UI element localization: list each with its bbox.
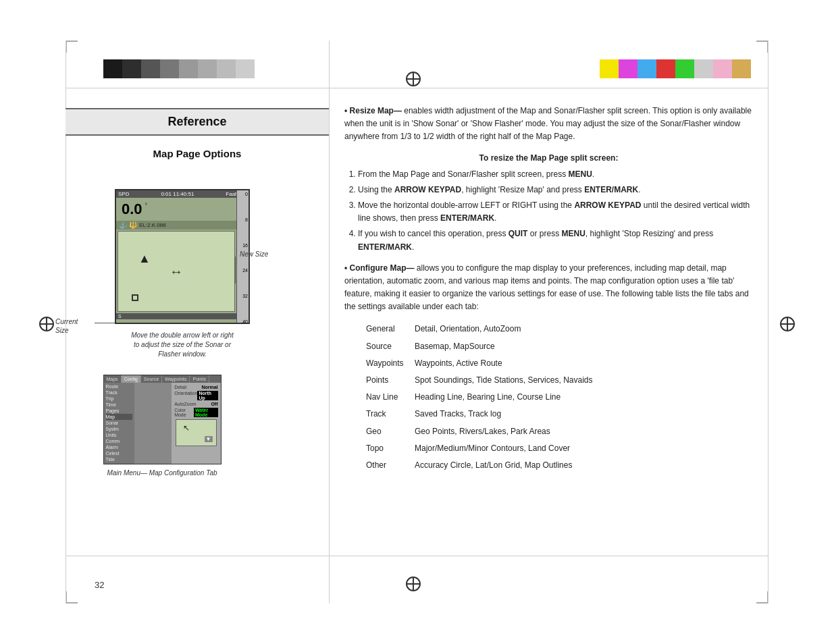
color-swatch xyxy=(198,59,217,78)
menu-value-detail: Normal xyxy=(201,385,217,390)
config-row-general: General Detail, Orientation, AutoZoom xyxy=(346,321,752,337)
gps-unit: ° xyxy=(145,202,148,209)
color-swatch xyxy=(675,59,694,78)
config-tab-topo: Topo xyxy=(346,441,413,456)
config-row-navline: Nav Line Heading Line, Bearing Line, Cou… xyxy=(346,390,752,405)
config-row-other: Other Accuracy Circle, Lat/Lon Grid, Map… xyxy=(346,458,752,473)
menu-item-route[interactable]: Route xyxy=(106,383,133,390)
config-tab-points: Points xyxy=(346,373,413,388)
config-table: General Detail, Orientation, AutoZoom So… xyxy=(344,320,753,475)
color-swatch xyxy=(656,59,675,78)
menu-item-comm[interactable]: Comm xyxy=(106,438,133,444)
menu-row-colormode: Color Mode Water Mode xyxy=(174,407,217,418)
resize-step-4: If you wish to cancel this operation, pr… xyxy=(358,227,753,253)
menu-item-celest[interactable]: Celest xyxy=(106,450,133,456)
gps-time: 0:01 11:40:51 xyxy=(161,191,194,197)
gps-screen-area: SPD 0:01 11:40:51 FaaNHK 0.0 ° 081624324… xyxy=(95,189,270,359)
config-row-geo: Geo Geo Points, Rivers/Lakes, Park Areas xyxy=(346,424,752,439)
gps-speed-label: SPD xyxy=(118,191,129,197)
right-content: • Resize Map— enables width adjustment o… xyxy=(344,105,753,475)
page-number: 32 xyxy=(95,580,104,590)
menu-item-track[interactable]: Track xyxy=(106,390,133,396)
crosshair-right xyxy=(780,317,795,331)
color-swatch xyxy=(637,59,656,78)
config-tab-navline: Nav Line xyxy=(346,390,413,405)
right-border xyxy=(768,41,768,603)
menu-item-alarm[interactable]: Alarm xyxy=(106,444,133,450)
corner-mark-bl xyxy=(66,591,78,603)
menu-screen-area: Maps Config Source Waypoints Points Rout… xyxy=(91,375,233,478)
config-tab-other: Other xyxy=(346,458,413,473)
menu-item-tide[interactable]: Tide xyxy=(106,456,133,462)
config-tab-waypoints: Waypoints xyxy=(346,356,413,371)
gps-bottom-left: S xyxy=(118,314,122,319)
tab-points[interactable]: Points xyxy=(190,375,209,383)
crosshair-top xyxy=(406,72,421,86)
menu-label-autozoom: AutoZoom xyxy=(174,402,196,406)
menu-item-sonar[interactable]: Sonar xyxy=(106,420,133,426)
config-settings-source: Basemap, MapSource xyxy=(415,339,752,354)
gps-map-area: ▲ ↔ xyxy=(118,231,235,312)
gps-screen: SPD 0:01 11:40:51 FaaNHK 0.0 ° 081624324… xyxy=(115,189,250,324)
config-settings-topo: Major/Medium/Minor Contours, Land Cover xyxy=(415,441,752,456)
config-tab-general: General xyxy=(346,321,413,337)
menu-label-colormode: Color Mode xyxy=(174,408,194,417)
menu-item-time[interactable]: Time xyxy=(106,402,133,408)
corner-mark-tr xyxy=(756,41,768,53)
resize-map-paragraph: • Resize Map— enables width adjustment o… xyxy=(344,105,753,144)
menu-screen: Maps Config Source Waypoints Points Rout… xyxy=(103,375,221,464)
menu-item-units[interactable]: Units xyxy=(106,432,133,438)
tab-waypoints[interactable]: Waypoints xyxy=(162,375,190,383)
color-swatch xyxy=(141,59,160,78)
config-row-topo: Topo Major/Medium/Minor Contours, Land C… xyxy=(346,441,752,456)
color-swatch xyxy=(103,59,122,78)
menu-item-trip[interactable]: Trip xyxy=(106,396,133,402)
menu-value-colormode: Water Mode xyxy=(194,408,217,417)
config-row-track: Track Saved Tracks, Track log xyxy=(346,406,752,422)
config-row-source: Source Basemap, MapSource xyxy=(346,339,752,354)
color-swatch xyxy=(600,59,619,78)
resize-step-2: Using the ARROW KEYPAD, highlight 'Resiz… xyxy=(358,184,753,196)
resize-step-1: From the Map Page and Sonar/Flasher spli… xyxy=(358,168,753,181)
menu-item-map[interactable]: Map xyxy=(106,414,133,420)
color-swatch xyxy=(122,59,141,78)
menu-caption: Main Menu— Map Configuration Tab xyxy=(91,468,233,478)
tab-maps[interactable]: Maps xyxy=(104,375,122,383)
double-arrow-icon: ↔ xyxy=(170,264,183,279)
corner-mark-tl xyxy=(66,41,78,53)
config-tab-source: Source xyxy=(346,339,413,354)
gps-icons-row: ⚓🔱EL:2.K.086 xyxy=(116,221,249,230)
menu-tabs: Maps Config Source Waypoints Points xyxy=(104,375,221,383)
color-bar-left xyxy=(103,59,255,78)
reference-title: Reference xyxy=(66,108,329,136)
menu-row-detail: Detail Normal xyxy=(174,384,217,390)
annotation-current-size: CurrentSize xyxy=(55,317,78,335)
gps-screen-caption: Move the double arrow left or right to a… xyxy=(95,331,270,359)
tab-config[interactable]: Config xyxy=(122,375,141,383)
configure-map-label: • Configure Map— xyxy=(344,263,415,273)
crosshair-left xyxy=(39,317,54,331)
menu-item-systm[interactable]: Systm xyxy=(106,426,133,432)
right-border-left-page xyxy=(329,41,330,603)
config-settings-points: Spot Soundings, Tide Stations, Services,… xyxy=(415,373,752,388)
menu-body: Route Track Trip Time Pages Map Sonar Sy… xyxy=(104,383,221,464)
resize-section-heading: To resize the Map Page split screen: xyxy=(344,153,753,163)
tab-source[interactable]: Source xyxy=(141,375,162,383)
menu-item-pages[interactable]: Pages xyxy=(106,408,133,414)
config-row-waypoints: Waypoints Waypoints, Active Route xyxy=(346,356,752,371)
resize-step-3: Move the horizontal double-arrow LEFT or… xyxy=(358,199,753,225)
menu-value-orientation: North Up xyxy=(197,391,217,400)
crosshair-bottom xyxy=(406,576,421,591)
h-line-bottom xyxy=(66,556,768,556)
menu-row-autozoom: AutoZoom Off xyxy=(174,401,217,407)
color-swatch xyxy=(694,59,713,78)
color-swatch xyxy=(160,59,179,78)
color-swatch xyxy=(236,59,255,78)
h-line-top xyxy=(66,88,768,88)
config-settings-general: Detail, Orientation, AutoZoom xyxy=(415,321,752,337)
config-settings-navline: Heading Line, Bearing Line, Course Line xyxy=(415,390,752,405)
config-row-points: Points Spot Soundings, Tide Stations, Se… xyxy=(346,373,752,388)
menu-map-preview: ↖ ▼ xyxy=(176,419,216,446)
menu-left-panel: Route Track Trip Time Pages Map Sonar Sy… xyxy=(104,383,135,464)
config-tab-track: Track xyxy=(346,406,413,422)
